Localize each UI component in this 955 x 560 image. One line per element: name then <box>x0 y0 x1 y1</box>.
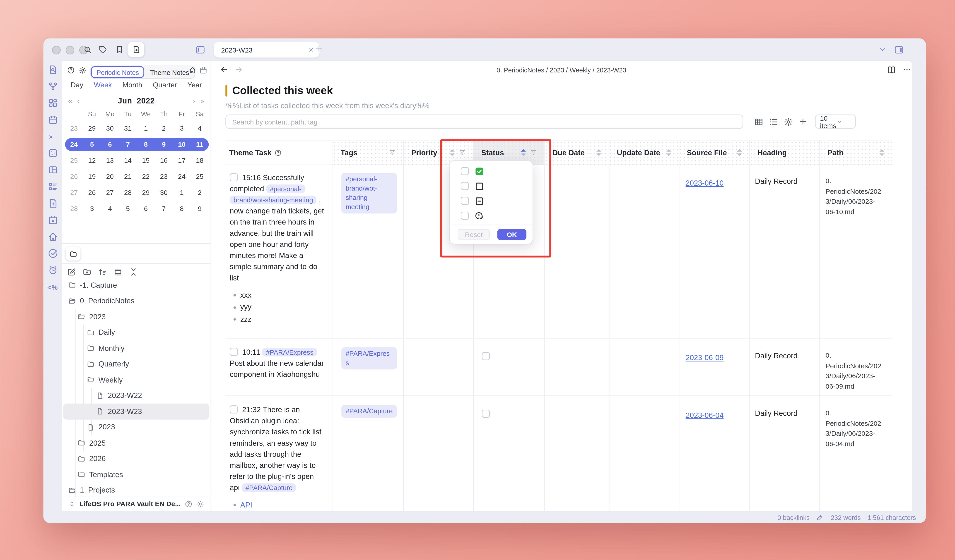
calendar-day[interactable]: 3 <box>83 205 101 212</box>
ribbon-dice-button[interactable] <box>47 148 59 158</box>
tree-item-2023[interactable]: 2023 <box>63 309 209 324</box>
new-note-tab-button[interactable] <box>128 42 144 57</box>
task-checkbox[interactable] <box>230 348 238 356</box>
home-button[interactable] <box>188 66 196 75</box>
cell-update-date[interactable] <box>609 164 679 338</box>
calendar-day[interactable]: 15 <box>137 157 155 164</box>
calendar-day[interactable]: 28 <box>119 189 137 196</box>
file-explorer-tab[interactable] <box>66 247 81 261</box>
calendar-week-27[interactable]: 27262728293012 <box>65 184 209 201</box>
sort-toggle[interactable] <box>737 150 742 156</box>
ribbon-calendar-button[interactable] <box>47 114 59 125</box>
bookmarks-button[interactable] <box>114 44 125 55</box>
calendar-day[interactable]: 11 <box>191 140 209 148</box>
cell-update-date[interactable] <box>609 396 679 511</box>
back-button[interactable] <box>219 65 229 74</box>
status-option-todo[interactable] <box>461 181 484 191</box>
calendar-day[interactable]: 30 <box>155 189 173 196</box>
calendar-day[interactable]: 3 <box>173 125 191 132</box>
tree-item-2023[interactable]: 2023 <box>63 419 209 435</box>
status-option-cancelled[interactable] <box>461 196 484 206</box>
table-view-button[interactable] <box>753 116 764 127</box>
calendar-day[interactable]: 2 <box>191 189 209 196</box>
calendar-day[interactable]: 16 <box>155 157 173 164</box>
ribbon-file-plus-button[interactable] <box>47 198 59 209</box>
tree-item-weekly[interactable]: Weekly <box>63 372 209 388</box>
cell-due-date[interactable] <box>544 164 609 338</box>
period-tab-year[interactable]: Year <box>188 81 202 92</box>
filter-icon[interactable] <box>389 149 396 156</box>
task-checkbox[interactable] <box>230 406 238 413</box>
tree-item-1-projects[interactable]: 1. Projects <box>63 482 209 497</box>
calendar-day[interactable]: 27 <box>101 189 119 196</box>
new-note-button[interactable] <box>67 265 76 278</box>
cell-due-date[interactable] <box>544 396 609 511</box>
backlinks-count[interactable]: 0 backlinks <box>777 513 809 521</box>
ribbon-file-search-button[interactable] <box>47 64 59 75</box>
status-option-overdue[interactable] <box>461 211 484 221</box>
new-tab-button[interactable] <box>315 45 323 53</box>
status-todo-icon[interactable] <box>482 410 490 418</box>
cell-status[interactable] <box>473 338 544 396</box>
edit-mode-icon[interactable] <box>816 513 824 521</box>
items-per-page-dropdown[interactable]: 10 items <box>815 114 856 129</box>
close-window-button[interactable] <box>52 45 61 54</box>
calendar-week-25[interactable]: 2512131415161718 <box>65 152 209 168</box>
task-checkbox[interactable] <box>230 173 238 181</box>
period-tab-day[interactable]: Day <box>70 81 83 92</box>
calendar-day[interactable]: 30 <box>101 125 119 132</box>
tab-theme-notes[interactable]: Theme Notes <box>144 66 195 78</box>
calendar-day[interactable]: 9 <box>191 205 209 212</box>
sort-toggle[interactable] <box>596 150 601 156</box>
calendar-day[interactable]: 5 <box>83 140 101 148</box>
show-panel-button[interactable] <box>113 265 122 278</box>
calendar-day[interactable]: 26 <box>83 189 101 196</box>
reading-view-button[interactable] <box>887 65 896 74</box>
tree-item-2026[interactable]: 2026 <box>63 451 209 467</box>
prev-year-button[interactable]: « <box>66 96 75 105</box>
calendar-day[interactable]: 19 <box>83 173 101 180</box>
source-file-link[interactable]: 2023-06-04 <box>686 411 724 420</box>
cell-theme-task[interactable]: 15:16 Successfully completed #personal-b… <box>225 164 332 338</box>
option-checkbox[interactable] <box>461 197 469 205</box>
more-options-button[interactable] <box>902 65 912 74</box>
tab-close-icon[interactable] <box>308 47 315 53</box>
cell-due-date[interactable] <box>544 338 609 396</box>
column-header-heading[interactable]: Heading <box>749 140 819 165</box>
calendar-week-26[interactable]: 2619202122232425 <box>65 168 209 184</box>
calendar-day[interactable]: 1 <box>173 189 191 196</box>
status-option-done[interactable] <box>461 166 484 176</box>
filter-icon[interactable] <box>459 149 466 156</box>
help-button[interactable] <box>67 66 75 75</box>
calendar-day[interactable]: 18 <box>191 157 209 164</box>
ribbon-list-blocks-button[interactable] <box>47 181 59 192</box>
calendar-week-28[interactable]: 283456789 <box>65 201 209 217</box>
period-tab-month[interactable]: Month <box>122 81 142 92</box>
ribbon-blocks-button[interactable] <box>47 98 59 108</box>
calendar-button[interactable] <box>199 66 208 75</box>
calendar-day[interactable]: 17 <box>173 157 191 164</box>
tab-periodic-notes[interactable]: Periodic Notes <box>91 66 144 78</box>
period-tab-week[interactable]: Week <box>94 81 112 92</box>
cell-theme-task[interactable]: 10:11 #PARA/Express Post about the new c… <box>225 338 332 396</box>
calendar-day[interactable]: 29 <box>83 125 101 132</box>
column-header-source-file[interactable]: Source File <box>679 140 750 165</box>
next-month-button[interactable]: › <box>190 96 198 105</box>
add-column-button[interactable] <box>798 116 808 127</box>
character-count[interactable]: 1,561 characters <box>867 513 916 521</box>
tree-item-2023-w23[interactable]: 2023-W23 <box>63 404 209 420</box>
ribbon-calendar-heart-button[interactable] <box>47 215 59 225</box>
column-header-update-date[interactable]: Update Date <box>609 140 679 165</box>
ribbon-layout-button[interactable] <box>47 165 59 175</box>
calendar-settings-button[interactable] <box>78 66 87 75</box>
calendar-day[interactable]: 25 <box>191 173 209 180</box>
calendar-week-24[interactable]: 24567891011 <box>65 137 209 151</box>
sort-toggle[interactable] <box>449 150 455 156</box>
column-header-due-date[interactable]: Due Date <box>544 140 609 165</box>
new-folder-button[interactable] <box>83 265 92 278</box>
ribbon-check-circle-button[interactable] <box>47 248 59 259</box>
calendar-day[interactable]: 13 <box>101 157 119 164</box>
calendar-day[interactable]: 10 <box>173 140 191 148</box>
option-checkbox[interactable] <box>461 167 469 175</box>
calendar-day[interactable]: 6 <box>137 205 155 212</box>
